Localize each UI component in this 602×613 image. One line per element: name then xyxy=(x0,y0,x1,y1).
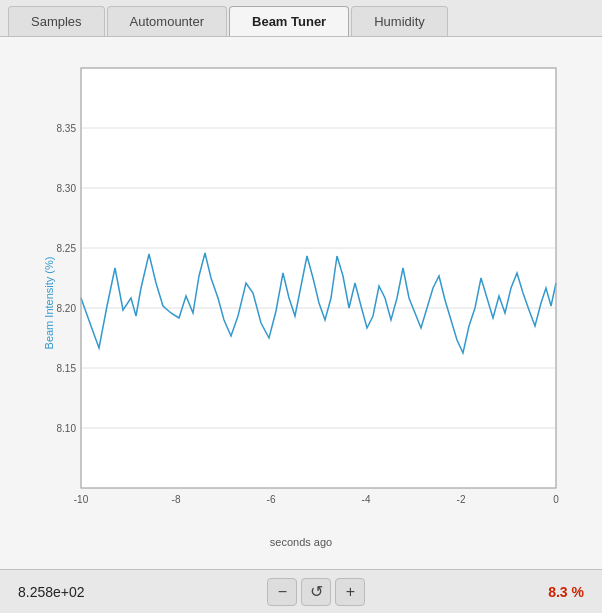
svg-text:-2: -2 xyxy=(457,494,466,505)
plus-button[interactable]: + xyxy=(335,578,365,606)
humidity-percent: 8.3 % xyxy=(548,584,584,600)
svg-rect-0 xyxy=(81,68,556,488)
minus-button[interactable]: − xyxy=(267,578,297,606)
chart-svg: 8.35 8.30 8.25 8.20 8.15 8.10 xyxy=(41,58,571,528)
tab-samples[interactable]: Samples xyxy=(8,6,105,36)
main-container: Samples Automounter Beam Tuner Humidity … xyxy=(0,0,602,613)
x-axis-label: seconds ago xyxy=(270,536,332,548)
svg-text:0: 0 xyxy=(553,494,559,505)
bottom-bar: 8.258e+02 − ↺ + 8.3 % xyxy=(0,569,602,613)
tab-automounter[interactable]: Automounter xyxy=(107,6,227,36)
svg-text:-10: -10 xyxy=(74,494,89,505)
chart-wrapper: Beam Intensity (%) seconds ago 8.35 8.30 xyxy=(21,58,581,548)
current-value: 8.258e+02 xyxy=(18,584,85,600)
tab-beam-tuner[interactable]: Beam Tuner xyxy=(229,6,349,36)
svg-text:-8: -8 xyxy=(172,494,181,505)
controls: − ↺ + xyxy=(267,578,365,606)
svg-text:-4: -4 xyxy=(362,494,371,505)
chart-area: Beam Intensity (%) seconds ago 8.35 8.30 xyxy=(0,37,602,569)
refresh-button[interactable]: ↺ xyxy=(301,578,331,606)
tab-bar: Samples Automounter Beam Tuner Humidity xyxy=(0,0,602,37)
svg-text:8.35: 8.35 xyxy=(57,123,77,134)
svg-text:8.25: 8.25 xyxy=(57,243,77,254)
svg-text:-6: -6 xyxy=(267,494,276,505)
tab-humidity[interactable]: Humidity xyxy=(351,6,448,36)
svg-text:8.15: 8.15 xyxy=(57,363,77,374)
svg-text:8.30: 8.30 xyxy=(57,183,77,194)
svg-text:8.10: 8.10 xyxy=(57,423,77,434)
svg-text:8.20: 8.20 xyxy=(57,303,77,314)
